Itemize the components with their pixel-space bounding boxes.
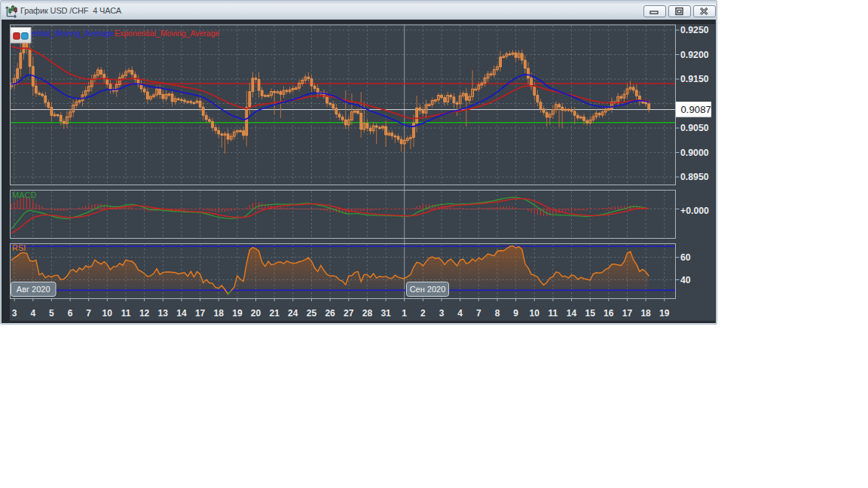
svg-text:19: 19: [232, 308, 243, 319]
svg-text:27: 27: [344, 308, 354, 319]
svg-text:3: 3: [439, 308, 445, 319]
svg-text:7: 7: [476, 308, 481, 319]
svg-text:1: 1: [402, 308, 407, 319]
svg-text:14: 14: [567, 308, 577, 319]
svg-text:7: 7: [86, 308, 91, 319]
svg-text:18: 18: [640, 308, 651, 319]
svg-text:19: 19: [659, 308, 670, 319]
svg-text:ential_Moving_Average: ential_Moving_Average: [32, 29, 115, 38]
svg-text:17: 17: [195, 308, 206, 319]
svg-text:10: 10: [530, 308, 540, 319]
svg-text:21: 21: [270, 308, 280, 319]
svg-text:Авг 2020: Авг 2020: [17, 285, 50, 294]
svg-text:Сен 2020: Сен 2020: [410, 285, 446, 294]
svg-text:0.9200: 0.9200: [680, 50, 709, 60]
svg-text:20: 20: [251, 308, 261, 319]
svg-text:2: 2: [420, 308, 426, 319]
svg-text:11: 11: [549, 308, 558, 319]
svg-text:24: 24: [288, 308, 298, 319]
svg-text:12: 12: [139, 308, 150, 319]
svg-text:0.8950: 0.8950: [680, 172, 709, 182]
svg-text:+0.000: +0.000: [680, 206, 709, 216]
svg-text:0.9050: 0.9050: [680, 123, 709, 133]
svg-text:60: 60: [680, 252, 691, 263]
svg-text:16: 16: [604, 308, 614, 319]
svg-text:8: 8: [495, 308, 500, 319]
svg-text:RSI: RSI: [12, 243, 26, 252]
svg-text:26: 26: [325, 308, 335, 319]
svg-text:0.9087: 0.9087: [681, 104, 711, 115]
svg-text:14: 14: [176, 308, 187, 319]
svg-text:5: 5: [49, 308, 54, 319]
svg-text:0.9000: 0.9000: [680, 148, 709, 158]
svg-text:MACD: MACD: [12, 191, 36, 200]
svg-text:40: 40: [680, 275, 691, 285]
svg-text:4: 4: [457, 308, 463, 319]
svg-text:4: 4: [30, 308, 35, 319]
svg-text:28: 28: [362, 308, 373, 319]
svg-text:17: 17: [622, 308, 633, 319]
svg-text:25: 25: [307, 308, 317, 319]
svg-text:9: 9: [513, 308, 518, 319]
svg-text:0.9150: 0.9150: [680, 74, 709, 84]
svg-text:18: 18: [214, 308, 225, 319]
svg-text:Exponential_Moving_Average: Exponential_Moving_Average: [115, 29, 219, 38]
svg-text:31: 31: [381, 308, 391, 319]
svg-text:0.9250: 0.9250: [680, 25, 709, 35]
svg-text:13: 13: [158, 308, 169, 319]
svg-text:6: 6: [68, 308, 73, 319]
svg-text:10: 10: [102, 308, 113, 319]
svg-text:3: 3: [12, 308, 17, 319]
svg-text:11: 11: [121, 308, 131, 319]
svg-text:15: 15: [585, 308, 596, 319]
